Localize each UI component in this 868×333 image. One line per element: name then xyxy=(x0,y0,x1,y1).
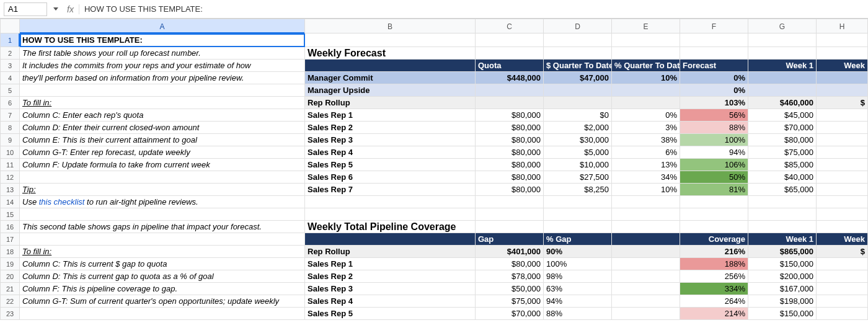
cell-F16[interactable] xyxy=(680,221,748,233)
cell-C22[interactable]: $75,000 xyxy=(476,295,544,308)
cell-H15[interactable] xyxy=(817,208,868,221)
cell-G7[interactable]: $45,000 xyxy=(748,109,817,122)
cell-C17[interactable]: Gap xyxy=(476,233,544,246)
cell-A9[interactable]: Column E: This is their current attainme… xyxy=(20,134,305,146)
cell-A4[interactable]: they'll perform based on information fro… xyxy=(20,72,305,84)
cell-D14[interactable] xyxy=(544,196,612,208)
row-header-13[interactable]: 13 xyxy=(0,184,20,196)
cell-H6[interactable]: $ xyxy=(817,97,868,109)
cell-H2[interactable] xyxy=(817,47,868,60)
cell-D2[interactable] xyxy=(544,47,612,60)
select-all-corner[interactable] xyxy=(0,19,20,33)
cell-E3[interactable]: % Quarter To Date xyxy=(612,60,680,72)
cell-G11[interactable]: $85,000 xyxy=(748,159,817,171)
cell-D17[interactable]: % Gap xyxy=(544,233,612,246)
cell-C21[interactable]: $50,000 xyxy=(476,283,544,295)
cell-D6[interactable] xyxy=(544,97,612,109)
row-header-12[interactable]: 12 xyxy=(0,171,20,184)
row-header-19[interactable]: 19 xyxy=(0,258,20,270)
cell-E19[interactable] xyxy=(612,258,680,270)
cell-C10[interactable]: $80,000 xyxy=(476,146,544,159)
cell-A7[interactable]: Column C: Enter each rep's quota xyxy=(20,109,305,122)
cell-A14[interactable]: Use this checklist to run air-tight pipe… xyxy=(20,196,305,208)
col-header-A[interactable]: A xyxy=(20,19,305,33)
cell-H10[interactable] xyxy=(817,146,868,159)
spreadsheet-grid[interactable]: A B C D E F G H 1 HOW TO USE THIS TEMPLA… xyxy=(0,19,868,320)
cell-H14[interactable] xyxy=(817,196,868,208)
cell-C18[interactable]: $401,000 xyxy=(476,246,544,258)
cell-B16[interactable]: Weekly Total Pipeline Coverage xyxy=(305,221,476,233)
col-header-C[interactable]: C xyxy=(476,19,544,33)
name-box-dropdown-icon[interactable] xyxy=(53,7,58,11)
cell-F7[interactable]: 56% xyxy=(680,109,748,122)
cell-E1[interactable] xyxy=(612,33,680,47)
row-header-7[interactable]: 7 xyxy=(0,109,20,122)
cell-A11[interactable]: Column F: Update formula to take from cu… xyxy=(20,159,305,171)
cell-F21[interactable]: 334% xyxy=(680,283,748,295)
cell-D7[interactable]: $0 xyxy=(544,109,612,122)
cell-C1[interactable] xyxy=(476,33,544,47)
cell-A18[interactable]: To fill in: xyxy=(20,246,305,258)
cell-C20[interactable]: $78,000 xyxy=(476,270,544,283)
cell-H3[interactable]: Week xyxy=(817,60,868,72)
cell-B13[interactable]: Sales Rep 7 xyxy=(305,184,476,196)
cell-B17[interactable] xyxy=(305,233,476,246)
cell-D18[interactable]: 90% xyxy=(544,246,612,258)
col-header-F[interactable]: F xyxy=(680,19,748,33)
cell-A17[interactable] xyxy=(20,233,305,246)
cell-H1[interactable] xyxy=(817,33,868,47)
cell-H5[interactable] xyxy=(817,84,868,97)
col-header-E[interactable]: E xyxy=(612,19,680,33)
cell-G23[interactable]: $150,000 xyxy=(748,308,817,320)
cell-C19[interactable]: $80,000 xyxy=(476,258,544,270)
cell-D4[interactable]: $47,000 xyxy=(544,72,612,84)
cell-B12[interactable]: Sales Rep 6 xyxy=(305,171,476,184)
cell-D10[interactable]: $5,000 xyxy=(544,146,612,159)
cell-B7[interactable]: Sales Rep 1 xyxy=(305,109,476,122)
cell-A8[interactable]: Column D: Enter their current closed-won… xyxy=(20,122,305,134)
cell-G6[interactable]: $460,000 xyxy=(748,97,817,109)
cell-G13[interactable]: $65,000 xyxy=(748,184,817,196)
cell-B20[interactable]: Sales Rep 2 xyxy=(305,270,476,283)
cell-C3[interactable]: Quota xyxy=(476,60,544,72)
cell-F20[interactable]: 256% xyxy=(680,270,748,283)
cell-D3[interactable]: $ Quarter To Date xyxy=(544,60,612,72)
cell-E4[interactable]: 10% xyxy=(612,72,680,84)
cell-D12[interactable]: $27,500 xyxy=(544,171,612,184)
cell-B22[interactable]: Sales Rep 4 xyxy=(305,295,476,308)
cell-B15[interactable] xyxy=(305,208,476,221)
row-header-10[interactable]: 10 xyxy=(0,146,20,159)
cell-E16[interactable] xyxy=(612,221,680,233)
cell-A6[interactable]: To fill in: xyxy=(20,97,305,109)
row-header-17[interactable]: 17 xyxy=(0,233,20,246)
cell-E17[interactable] xyxy=(612,233,680,246)
cell-E11[interactable]: 13% xyxy=(612,159,680,171)
cell-H19[interactable] xyxy=(817,258,868,270)
cell-E8[interactable]: 3% xyxy=(612,122,680,134)
row-header-22[interactable]: 22 xyxy=(0,295,20,308)
cell-B6[interactable]: Rep Rollup xyxy=(305,97,476,109)
cell-F1[interactable] xyxy=(680,33,748,47)
name-box[interactable]: A1 xyxy=(4,2,47,16)
cell-F23[interactable]: 214% xyxy=(680,308,748,320)
cell-F6[interactable]: 103% xyxy=(680,97,748,109)
cell-H20[interactable] xyxy=(817,270,868,283)
row-header-8[interactable]: 8 xyxy=(0,122,20,134)
cell-C14[interactable] xyxy=(476,196,544,208)
cell-E12[interactable]: 34% xyxy=(612,171,680,184)
cell-F14[interactable] xyxy=(680,196,748,208)
cell-C8[interactable]: $80,000 xyxy=(476,122,544,134)
cell-B5[interactable]: Manager Upside xyxy=(305,84,476,97)
cell-D16[interactable] xyxy=(544,221,612,233)
cell-H16[interactable] xyxy=(817,221,868,233)
checklist-link[interactable]: this checklist xyxy=(39,197,85,206)
cell-E6[interactable] xyxy=(612,97,680,109)
cell-C7[interactable]: $80,000 xyxy=(476,109,544,122)
cell-E22[interactable] xyxy=(612,295,680,308)
cell-H11[interactable] xyxy=(817,159,868,171)
cell-G1[interactable] xyxy=(748,33,817,47)
cell-E2[interactable] xyxy=(612,47,680,60)
cell-G10[interactable]: $75,000 xyxy=(748,146,817,159)
row-header-9[interactable]: 9 xyxy=(0,134,20,146)
cell-E15[interactable] xyxy=(612,208,680,221)
